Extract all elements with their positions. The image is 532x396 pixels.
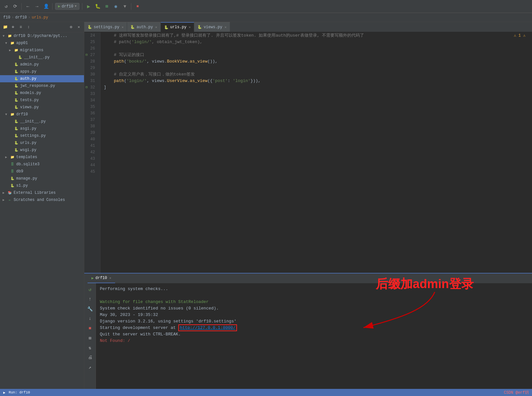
gutter-34: 34 [84, 97, 98, 104]
tab-auth-py[interactable]: 🐍 auth.py ✕ [127, 22, 160, 32]
code-line-41 [104, 143, 529, 149]
db9-icon: 🗄 [10, 169, 15, 174]
breadcrumb-part-3[interactable]: urls.py [32, 15, 48, 20]
sidebar-collapse-icon[interactable]: ≡ [18, 24, 24, 30]
tree-wsgi[interactable]: 🐍 wsgi.py [0, 146, 84, 154]
sidebar-folder-icon[interactable]: 📁 [2, 24, 8, 30]
run-button[interactable]: ▶ [85, 3, 92, 10]
tree-init-drf10[interactable]: 🐍 __init__.py [0, 118, 84, 125]
stop-button[interactable]: ■ [134, 3, 141, 10]
run-output-panel[interactable]: Performing system checks... Watching for… [96, 283, 532, 396]
run-tab[interactable]: ▶ drf10 ✕ [88, 274, 115, 283]
tree-urls-drf10[interactable]: 🐍 urls.py [0, 139, 84, 146]
tree-arrow-migrations: ▶ [9, 48, 14, 52]
tree-external-libs[interactable]: ▶ 📚 External Libraries [0, 189, 84, 196]
tree-db-sqlite3[interactable]: 🗄 db.sqlite3 [0, 161, 84, 168]
asgi-py-icon: 🐍 [14, 126, 19, 131]
tab-views-close[interactable]: ✕ [225, 25, 227, 29]
code-line-27: # 写认证的接口 [104, 52, 529, 58]
code-comment-30: # 自定义用户表，写接口，做的token签发 [104, 71, 195, 78]
run-tab-close[interactable]: ✕ [109, 276, 111, 280]
right-panel: 🐍 settings.py ✕ 🐍 auth.py ✕ 🐍 urls.py ✕ … [84, 22, 532, 396]
debug-run-button[interactable]: 🔧 [87, 305, 94, 312]
gutter-37: 37 [84, 117, 98, 123]
code-editor[interactable]: # 这样写签发加登录接口就有了,# 登录接口就有了. 并且可以签发token. … [100, 32, 532, 273]
sidebar-sort-icon[interactable]: ↕ [25, 24, 32, 30]
breadcrumb-part-2[interactable]: drf10 [15, 15, 27, 20]
run-output-line-3: May 30, 2023 - 19:35:32 [100, 312, 528, 318]
server-url-link[interactable]: http://127.0.0.1:8000/ [178, 324, 237, 331]
code-31-end: })), [251, 78, 261, 84]
tree-root[interactable]: ▼ 📁 drf10 D:/pycharm/pyt... [0, 32, 84, 40]
fold-icon-27[interactable]: ⊟ [86, 52, 88, 58]
tree-settings-drf10[interactable]: 🐍 settings.py [0, 132, 84, 139]
sidebar-locate-icon[interactable]: ⊕ [10, 24, 16, 30]
tree-auth[interactable]: 🐍 auth.py [0, 75, 84, 82]
tree-init-app01[interactable]: 🐍 __init__.py [0, 54, 84, 61]
toolbar-separator-2 [52, 3, 53, 10]
tree-templates[interactable]: ▶ 📁 templates [0, 154, 84, 161]
more-run-icon[interactable]: ▼ [121, 3, 128, 10]
code-line-42 [104, 149, 529, 156]
rerun-button[interactable]: ↺ [87, 286, 94, 293]
profile-icon[interactable]: 👤 [42, 3, 50, 10]
root-folder-icon: 📁 [7, 33, 12, 39]
sidebar-close-icon[interactable]: ✕ [76, 24, 82, 30]
status-right: CSDN @erf玥 [504, 390, 529, 395]
coverage-button[interactable]: ⊞ [103, 3, 110, 10]
tab-urls-close[interactable]: ✕ [189, 25, 191, 29]
drf10-sub-folder-icon: 📁 [10, 112, 15, 117]
gutter-45: 45 [84, 169, 98, 175]
run-output-line-0: Performing system checks... [100, 286, 528, 292]
gutter-26: 26 [84, 45, 98, 52]
libs-icon: 📚 [7, 190, 12, 195]
tree-apps-label: apps.py [20, 69, 36, 74]
tree-drf10-sub[interactable]: ▼ 📁 drf10 [0, 111, 84, 118]
tree-tests[interactable]: 🐍 tests.py [0, 97, 84, 104]
scroll-up-button[interactable]: ↑ [87, 296, 94, 303]
tab-settings-close[interactable]: ✕ [122, 25, 124, 29]
tree-admin[interactable]: 🐍 admin.py [0, 61, 84, 68]
code-31-asview: as_view [190, 78, 207, 84]
tree-app01[interactable]: ▼ 📁 app01 [0, 40, 84, 47]
tree-models[interactable]: 🐍 models.py [0, 89, 84, 97]
print-button[interactable]: 🖨 [87, 354, 94, 361]
run-output-line-1: Watching for file changes with StatReloa… [100, 299, 528, 305]
tree-apps[interactable]: 🐍 apps.py [0, 68, 84, 75]
forward-icon[interactable]: → [33, 3, 41, 10]
tree-migrations[interactable]: ▶ 📁 migrations [0, 47, 84, 54]
scroll-down-button[interactable]: ↓ [87, 315, 94, 322]
sidebar-settings-icon[interactable]: ⚙ [68, 24, 74, 30]
back-icon[interactable]: ← [24, 3, 31, 10]
sync-icon[interactable]: ⟳ [12, 3, 19, 10]
gutter-29: 29 [84, 65, 98, 71]
breadcrumb-part-1[interactable]: f10 [3, 15, 10, 20]
output-align-button[interactable]: ⊞ [87, 334, 94, 342]
tab-views-py[interactable]: 🐍 views.py ✕ [194, 22, 230, 32]
tab-urls-py[interactable]: 🐍 urls.py ✕ [161, 22, 194, 32]
debug-button[interactable]: 🐛 [94, 3, 101, 10]
tree-asgi[interactable]: 🐍 asgi.py [0, 125, 84, 132]
tree-db9[interactable]: 🗄 db9 [0, 168, 84, 175]
tree-arrow-app01: ▼ [5, 41, 10, 45]
refresh-icon[interactable]: ↺ [3, 3, 10, 10]
tab-settings-py[interactable]: 🐍 settings.py ✕ [84, 22, 127, 32]
fold-icon-32[interactable]: ⊟ [86, 84, 88, 91]
run-config-dropdown[interactable]: ▶ drf10 ▼ [55, 3, 79, 10]
code-31-key: 'post' [213, 78, 228, 84]
tree-s1[interactable]: 🐍 s1.py [0, 182, 84, 189]
code-28-dot: . [187, 58, 190, 65]
open-in-editor-button[interactable]: ↗ [87, 364, 94, 371]
tree-tests-label: tests.py [20, 98, 39, 102]
tab-auth-close[interactable]: ✕ [155, 25, 157, 29]
tree-views-app01[interactable]: 🐍 views.py [0, 104, 84, 111]
chevron-down-icon: ▼ [75, 5, 77, 8]
sort-output-button[interactable]: ⇅ [87, 344, 94, 351]
code-comment-27: # 写认证的接口 [104, 52, 144, 58]
profile-run-button[interactable]: ◉ [112, 3, 119, 10]
tree-jwt-response[interactable]: 🐍 jwt_response.py [0, 82, 84, 89]
tree-views-app01-label: views.py [20, 105, 39, 110]
tree-manage[interactable]: 🐍 manage.py [0, 175, 84, 182]
tree-scratches[interactable]: ▶ ✏ Scratches and Consoles [0, 196, 84, 204]
stop-run-button[interactable]: ■ [87, 325, 94, 332]
